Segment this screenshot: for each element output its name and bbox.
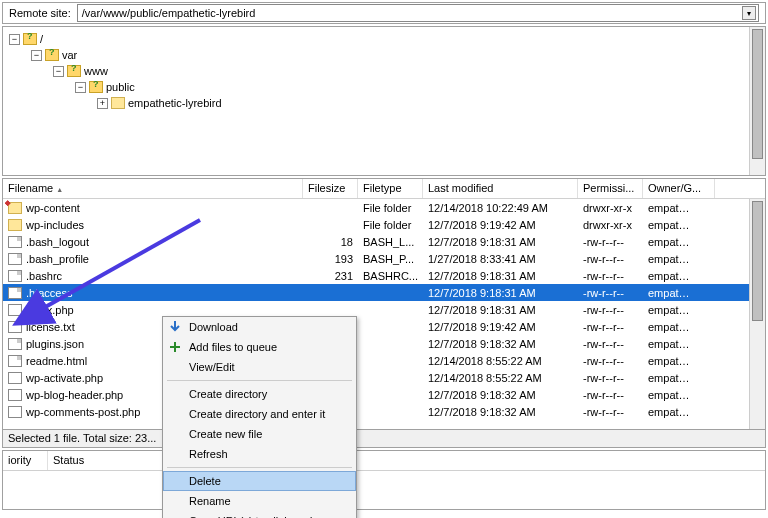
table-row[interactable]: .bashrc231BASHRC...12/7/2018 9:18:31 AM-…	[3, 267, 765, 284]
menu-copy-urls[interactable]: Copy URL(s) to clipboard	[163, 511, 356, 518]
table-row[interactable]: .htaccess12/7/2018 9:18:31 AM-rw-r--r--e…	[3, 284, 765, 301]
tree-label: www	[84, 65, 108, 77]
table-row[interactable]: wp-comments-post.php12/7/2018 9:18:32 AM…	[3, 403, 765, 420]
menu-create-dir[interactable]: Create directory	[163, 384, 356, 404]
collapse-icon[interactable]: −	[9, 34, 20, 45]
folder-icon	[23, 33, 37, 45]
tree-node-leaf[interactable]: + empathetic-lyrebird	[97, 95, 759, 111]
col-priority[interactable]: iority	[3, 451, 48, 470]
file-modified: 12/14/2018 10:22:49 AM	[423, 202, 578, 214]
file-modified: 12/14/2018 8:55:22 AM	[423, 355, 578, 367]
file-permissions: drwxr-xr-x	[578, 219, 643, 231]
table-row[interactable]: .bash_logout18BASH_L...12/7/2018 9:18:31…	[3, 233, 765, 250]
file-permissions: -rw-r--r--	[578, 389, 643, 401]
context-menu: Download Add files to queue View/Edit Cr…	[162, 316, 357, 518]
menu-create-file[interactable]: Create new file	[163, 424, 356, 444]
file-list-panel: Filename Filesize Filetype Last modified…	[2, 178, 766, 448]
file-owner: empathe...	[643, 287, 698, 299]
remote-path-bar: Remote site: /var/www/public/empathetic-…	[2, 2, 766, 24]
transfer-queue-panel: iority Status	[2, 450, 766, 510]
file-modified: 12/7/2018 9:18:31 AM	[423, 304, 578, 316]
file-permissions: -rw-r--r--	[578, 287, 643, 299]
menu-refresh[interactable]: Refresh	[163, 444, 356, 464]
file-owner: empathe...	[643, 236, 698, 248]
file-icon	[8, 253, 22, 265]
file-icon	[8, 372, 22, 384]
file-owner: empathe...	[643, 355, 698, 367]
table-row[interactable]: wp-contentFile folder12/14/2018 10:22:49…	[3, 199, 765, 216]
tree-node-www[interactable]: − www	[53, 63, 759, 79]
collapse-icon[interactable]: −	[31, 50, 42, 61]
table-row[interactable]: plugins.json12/7/2018 9:18:32 AM-rw-r--r…	[3, 335, 765, 352]
file-name: .htaccess	[26, 287, 72, 299]
file-modified: 12/7/2018 9:19:42 AM	[423, 219, 578, 231]
file-modified: 12/14/2018 8:55:22 AM	[423, 372, 578, 384]
file-modified: 12/7/2018 9:18:31 AM	[423, 287, 578, 299]
scrollbar-vertical[interactable]	[749, 27, 765, 175]
table-row[interactable]: index.php12/7/2018 9:18:31 AM-rw-r--r--e…	[3, 301, 765, 318]
file-owner: empathe...	[643, 389, 698, 401]
file-name: wp-content	[26, 202, 80, 214]
tree-label: empathetic-lyrebird	[128, 97, 222, 109]
table-row[interactable]: license.txt12/7/2018 9:19:42 AM-rw-r--r-…	[3, 318, 765, 335]
file-type: File folder	[358, 202, 423, 214]
file-permissions: -rw-r--r--	[578, 321, 643, 333]
menu-separator	[167, 467, 352, 468]
file-icon	[8, 406, 22, 418]
collapse-icon[interactable]: −	[75, 82, 86, 93]
file-name: plugins.json	[26, 338, 84, 350]
folder-icon	[89, 81, 103, 93]
menu-view-edit[interactable]: View/Edit	[163, 357, 356, 377]
col-modified[interactable]: Last modified	[423, 179, 578, 198]
file-owner: empathe...	[643, 321, 698, 333]
file-icon	[8, 321, 22, 333]
file-owner: empathe...	[643, 338, 698, 350]
table-row[interactable]: .bash_profile193BASH_P...1/27/2018 8:33:…	[3, 250, 765, 267]
scrollbar-vertical[interactable]	[749, 199, 765, 429]
file-name: wp-blog-header.php	[26, 389, 123, 401]
tree-node-public[interactable]: − public	[75, 79, 759, 95]
tree-node-root[interactable]: − /	[9, 31, 759, 47]
file-name: wp-comments-post.php	[26, 406, 140, 418]
table-row[interactable]: wp-blog-header.php12/7/2018 9:18:32 AM-r…	[3, 386, 765, 403]
column-headers: Filename Filesize Filetype Last modified…	[3, 179, 765, 199]
file-size: 231	[303, 270, 358, 282]
menu-download[interactable]: Download	[163, 317, 356, 337]
file-icon	[8, 338, 22, 350]
tree-node-var[interactable]: − var	[31, 47, 759, 63]
file-permissions: -rw-r--r--	[578, 372, 643, 384]
file-icon	[8, 304, 22, 316]
menu-add-queue[interactable]: Add files to queue	[163, 337, 356, 357]
folder-icon	[111, 97, 125, 109]
file-owner: empathe...	[643, 406, 698, 418]
file-name: license.txt	[26, 321, 75, 333]
file-icon	[8, 389, 22, 401]
collapse-icon[interactable]: −	[53, 66, 64, 77]
col-owner[interactable]: Owner/G...	[643, 179, 715, 198]
menu-delete[interactable]: Delete	[163, 471, 356, 491]
expand-icon[interactable]: +	[97, 98, 108, 109]
remote-path-input[interactable]: /var/www/public/empathetic-lyrebird ▾	[77, 4, 759, 22]
tree-label: var	[62, 49, 77, 61]
file-modified: 12/7/2018 9:18:31 AM	[423, 270, 578, 282]
remote-path-value: /var/www/public/empathetic-lyrebird	[82, 7, 256, 19]
chevron-down-icon[interactable]: ▾	[742, 6, 756, 20]
col-filetype[interactable]: Filetype	[358, 179, 423, 198]
menu-rename[interactable]: Rename	[163, 491, 356, 511]
file-permissions: drwxr-xr-x	[578, 202, 643, 214]
file-icon	[8, 287, 22, 299]
col-filename[interactable]: Filename	[3, 179, 303, 198]
col-filesize[interactable]: Filesize	[303, 179, 358, 198]
file-name: wp-includes	[26, 219, 84, 231]
file-size: 193	[303, 253, 358, 265]
add-queue-icon	[168, 340, 182, 354]
table-row[interactable]: readme.html12/14/2018 8:55:22 AM-rw-r--r…	[3, 352, 765, 369]
file-permissions: -rw-r--r--	[578, 304, 643, 316]
remote-tree-panel: − / − var − www − public + empathetic-ly…	[2, 26, 766, 176]
table-row[interactable]: wp-activate.php12/14/2018 8:55:22 AM-rw-…	[3, 369, 765, 386]
table-row[interactable]: wp-includesFile folder12/7/2018 9:19:42 …	[3, 216, 765, 233]
col-permissions[interactable]: Permissi...	[578, 179, 643, 198]
menu-create-dir-enter[interactable]: Create directory and enter it	[163, 404, 356, 424]
file-modified: 12/7/2018 9:19:42 AM	[423, 321, 578, 333]
file-owner: empathe...	[643, 202, 698, 214]
